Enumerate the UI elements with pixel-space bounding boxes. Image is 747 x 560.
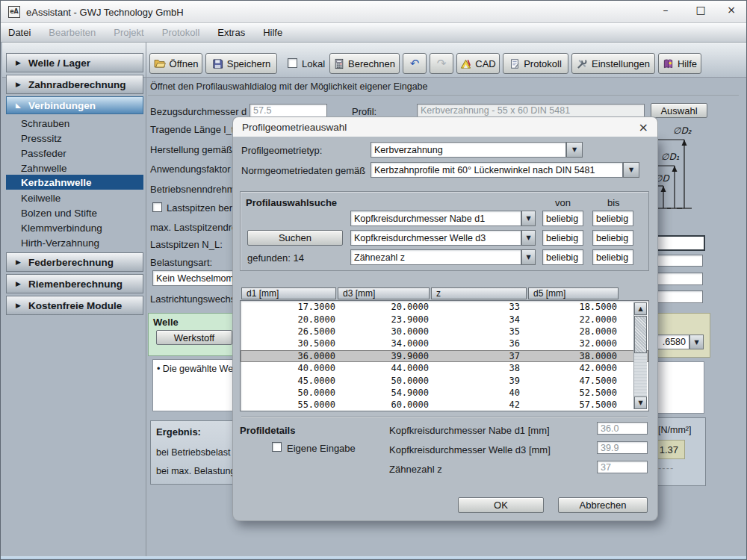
auswahl-button[interactable]: Auswahl (651, 103, 707, 118)
section-label: Zahnradberechnung (28, 79, 126, 90)
dropdown-arrow-icon[interactable]: ▼ (689, 335, 704, 349)
von-column-label: von (555, 197, 571, 208)
table-cell: 50.0000 (241, 388, 335, 398)
dialog-close-icon[interactable]: × (639, 120, 648, 134)
normgeometrie-combo[interactable]: Kerbzahnprofile mit 60° Lückenwinkel nac… (371, 162, 623, 178)
sidebar-section-federberechnung[interactable]: ▶ Federberechnung (6, 252, 143, 272)
sidebar-item-presssitz[interactable]: Presssitz (6, 131, 143, 146)
dropdown-arrow-icon[interactable]: ▼ (566, 142, 583, 158)
table-cell: 39.9000 (335, 351, 429, 361)
details-d1-field: 36.0 (597, 422, 648, 435)
profilgeometrietyp-combo[interactable]: Kerbverzahnung (371, 142, 566, 158)
sidebar-item-kerbzahnwelle[interactable]: Kerbzahnwelle (6, 175, 143, 190)
bis-input-3[interactable]: beliebig (592, 249, 633, 265)
column-header-d5[interactable]: d5 [mm] (528, 287, 619, 299)
cad-button[interactable]: CAD (456, 53, 500, 74)
column-header-d3[interactable]: d3 [mm] (338, 287, 430, 299)
calculate-button[interactable]: Berechnen (329, 53, 400, 74)
sidebar-item-passfeder[interactable]: Passfeder (6, 146, 143, 161)
close-button[interactable]: × (720, 4, 743, 20)
book-icon (663, 58, 674, 69)
von-input-2[interactable]: beliebig (542, 230, 583, 246)
sidebar-section-kostenfreie-module[interactable]: ▶ Kostenfreie Module (6, 296, 143, 315)
chevron-right-icon: ▶ (16, 280, 21, 287)
dropdown-arrow-icon[interactable]: ▼ (521, 230, 536, 246)
bezugsdurchmesser-field[interactable]: 57.5 (249, 104, 327, 117)
bis-input-1[interactable]: beliebig (592, 211, 633, 226)
column-header-z[interactable]: z (431, 287, 527, 299)
table-cell: 38.0000 (520, 351, 617, 361)
table-cell: 17.3000 (241, 302, 335, 312)
table-cell: 42.0000 (520, 363, 617, 373)
table-cell: 34.0000 (335, 338, 429, 349)
table-cell: 26.5000 (241, 326, 335, 337)
sidebar-section-riemenberechnung[interactable]: ▶ Riemenberechnung (6, 274, 143, 293)
menu-hilfe[interactable]: Hilfe (263, 27, 282, 38)
table-scrollbar[interactable]: ▲ ▼ (633, 302, 647, 409)
sidebar-item-schrauben[interactable]: Schrauben (6, 116, 143, 131)
save-button[interactable]: Speichern (205, 53, 277, 74)
suchen-button[interactable]: Suchen (247, 230, 343, 246)
eigene-eingabe-checkbox[interactable] (272, 442, 282, 452)
table-row[interactable]: 20.800023.90003422.0000 (241, 313, 648, 325)
scroll-up-icon[interactable]: ▲ (634, 302, 647, 315)
sidebar-item-hirth-verzahnung[interactable]: Hirth-Verzahnung (6, 235, 143, 250)
dialog-title-bar[interactable]: Profilgeometrieauswahl × (232, 116, 658, 137)
open-label: Öffnen (170, 58, 199, 69)
menu-datei[interactable]: Datei (8, 27, 31, 38)
profile-table: 17.300020.00003318.500020.800023.9000342… (240, 300, 649, 411)
local-checkbox[interactable] (288, 58, 297, 68)
menu-extras[interactable]: Extras (217, 27, 245, 38)
von-input-1[interactable]: beliebig (542, 211, 583, 226)
sidebar-section-zahnradberechnung[interactable]: ▶ Zahnradberechnung (6, 75, 143, 94)
help-button[interactable]: Hilfe (658, 53, 701, 74)
scroll-down-icon[interactable]: ▼ (634, 396, 647, 409)
dropdown-arrow-icon[interactable]: ▼ (521, 211, 536, 226)
table-cell: 20.0000 (335, 302, 429, 312)
table-row[interactable]: 50.000054.90004052.5000 (241, 387, 648, 399)
dropdown-arrow-icon[interactable]: ▼ (623, 162, 639, 178)
settings-button[interactable]: Einstellungen (571, 53, 655, 74)
table-row[interactable]: 17.300020.00003318.5000 (241, 301, 648, 313)
table-row[interactable]: 30.500034.00003632.0000 (241, 337, 648, 349)
scrollbar-thumb[interactable] (634, 316, 647, 353)
sidebar-item-zahnwelle[interactable]: Zahnwelle (6, 161, 143, 175)
normgeometrie-label: Normgeometriedaten gemäß (241, 165, 365, 176)
column-header-d1[interactable]: d1 [mm] (241, 287, 336, 299)
table-row[interactable]: 40.000044.00003842.0000 (241, 362, 648, 374)
menu-protokoll: Protokoll (162, 27, 200, 38)
table-row[interactable]: 55.000060.00004257.5000 (241, 399, 648, 411)
table-cell: 57.5000 (520, 399, 617, 410)
table-cell: 23.9000 (335, 314, 429, 325)
table-row[interactable]: 45.000050.00003947.5000 (241, 374, 648, 386)
sidebar-item-klemmverbindung[interactable]: Klemmverbindung (6, 220, 143, 235)
sidebar-item-bolzen-stifte[interactable]: Bolzen und Stifte (6, 205, 143, 220)
cancel-button[interactable]: Abbrechen (558, 497, 648, 513)
table-cell: 33 (429, 302, 520, 312)
sidebar-section-welle-lager[interactable]: ▶ Welle / Lager (6, 53, 143, 72)
undo-button[interactable]: ↶ (403, 53, 427, 74)
minimize-button[interactable]: – (654, 4, 677, 20)
search-criterion-combo-1[interactable]: Kopfkreisdurchmesser Nabe d1 (350, 211, 521, 226)
werkstoff-button[interactable]: Werkstoff (156, 330, 232, 345)
von-input-3[interactable]: beliebig (542, 249, 583, 265)
table-cell: 30.5000 (241, 338, 335, 349)
search-criterion-combo-3[interactable]: Zähnezahl z (350, 249, 521, 265)
table-cell: 18.5000 (520, 302, 617, 312)
lastspitzen-checkbox[interactable] (152, 202, 162, 212)
sidebar-section-verbindungen[interactable]: ◣ Verbindungen (6, 96, 143, 114)
settings-label: Einstellungen (592, 58, 650, 69)
protocol-button[interactable]: Protokoll (503, 53, 568, 74)
sidebar-item-keilwelle[interactable]: Keilwelle (6, 190, 143, 205)
redo-button: ↷ (430, 53, 453, 74)
table-cell: 38 (429, 363, 520, 373)
table-row[interactable]: 26.500030.00003528.0000 (241, 326, 648, 337)
search-criterion-combo-2[interactable]: Kopfkreisdurchmesser Welle d3 (350, 230, 521, 246)
bis-input-2[interactable]: beliebig (592, 230, 633, 246)
table-row[interactable]: 36.000039.90003738.0000 (241, 350, 648, 362)
form-label-lastrichtungswechsel: Lastrichtungswechs (150, 293, 235, 305)
maximize-button[interactable]: □ (689, 4, 712, 20)
ok-button[interactable]: OK (458, 497, 544, 513)
dropdown-arrow-icon[interactable]: ▼ (521, 249, 536, 265)
open-button[interactable]: Öffnen (149, 53, 202, 74)
